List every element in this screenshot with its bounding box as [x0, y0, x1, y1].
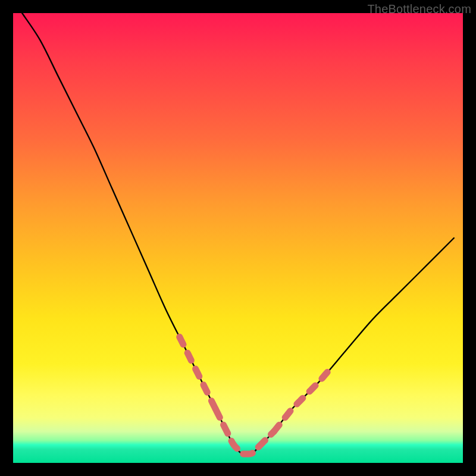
- curve-group: [22, 13, 454, 455]
- chart-container: TheBottleneck.com: [0, 0, 476, 476]
- highlight-right: [274, 371, 328, 431]
- bottleneck-curve-path: [22, 13, 454, 455]
- plot-area: [13, 13, 463, 463]
- bottleneck-curve-svg: [13, 13, 463, 463]
- highlight-valley: [215, 409, 274, 454]
